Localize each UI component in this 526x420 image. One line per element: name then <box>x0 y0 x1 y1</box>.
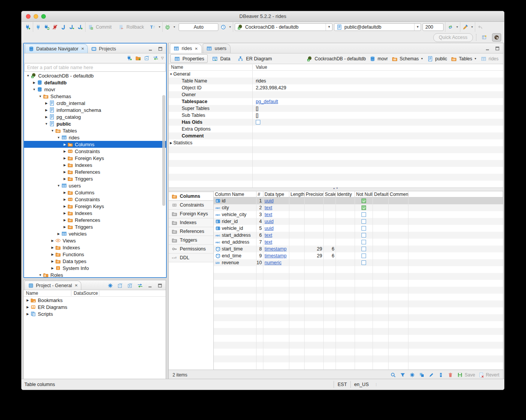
detail-tab-columns[interactable]: Columns <box>169 192 213 201</box>
splitter-grip-icon[interactable]: ▲▼ <box>333 187 339 189</box>
detail-tab-foreign-keys[interactable]: Foreign Keys <box>169 210 213 218</box>
tree-item-roles[interactable]: ▼Roles <box>24 271 166 277</box>
transaction-log-icon[interactable]: T <box>149 24 156 31</box>
connection-combo[interactable]: CockroachDB - defaultdb ▼ <box>235 23 332 31</box>
commit-label[interactable]: Commit <box>96 24 111 30</box>
caret-down-icon[interactable]: ▼ <box>421 57 423 60</box>
transaction-caret-icon[interactable]: ▼ <box>158 26 161 28</box>
expander-icon[interactable]: ▶ <box>62 205 67 208</box>
expander-icon[interactable]: ▶ <box>44 108 49 112</box>
column-header-value[interactable]: Value <box>253 65 267 70</box>
expander-icon[interactable]: ▼ <box>56 136 61 139</box>
dbeaver-perspective-button[interactable] <box>492 33 501 42</box>
column-header-length[interactable]: Length <box>289 191 305 197</box>
property-row-has-oids[interactable]: Has Oids <box>169 119 503 126</box>
column-row-vehicle-id[interactable]: vehicle_id5uuid <box>214 225 503 232</box>
tree-item-cockroachdb-defaultdb[interactable]: ▼CockroachDB - defaultdb <box>24 72 166 79</box>
data-type-link[interactable]: text <box>265 212 272 217</box>
expander-icon[interactable]: ▶ <box>50 267 55 270</box>
tree-item-references[interactable]: ▶References <box>24 168 166 175</box>
connect-icon[interactable] <box>35 24 42 31</box>
editor-tab-rides[interactable]: rides✕ <box>170 44 202 53</box>
column-header-not-null[interactable]: Not Null <box>355 191 373 197</box>
link-with-editor-icon[interactable] <box>137 282 144 289</box>
expander-icon[interactable]: ▶ <box>25 299 30 302</box>
breadcrumb-item-cockroachdb-defaultdb[interactable]: CockroachDB - defaultdb <box>306 55 366 62</box>
data-type-link[interactable]: text <box>265 239 272 245</box>
view-menu-icon[interactable]: ▽ <box>161 56 164 60</box>
data-type-link[interactable]: timestamp <box>265 253 287 258</box>
expander-icon[interactable]: ▶ <box>169 141 173 145</box>
detail-tab-ddl[interactable]: <>TDDL <box>169 254 213 262</box>
view-config-icon[interactable] <box>418 372 425 378</box>
maximize-panel-icon[interactable] <box>157 282 163 289</box>
expander-icon[interactable]: ▼ <box>38 273 43 277</box>
data-type-link[interactable]: text <box>265 233 272 238</box>
expander-icon[interactable]: ▶ <box>62 218 67 222</box>
column-row-city[interactable]: ABCcity2text <box>214 204 503 211</box>
breadcrumb-item-tables[interactable]: Tables▼ <box>450 55 477 62</box>
property-row-statistics[interactable]: ▶Statistics <box>169 139 503 146</box>
revert-button[interactable]: Revert <box>478 372 499 378</box>
property-row-table-name[interactable]: Table Namerides <box>169 78 503 84</box>
tree-item-references[interactable]: ▶References <box>24 216 166 223</box>
new-sql-editor-icon[interactable] <box>77 24 84 31</box>
gear-icon[interactable] <box>107 282 114 289</box>
close-tab-icon[interactable]: ✕ <box>81 47 84 51</box>
column-header--[interactable]: # <box>257 191 263 197</box>
close-tab-icon[interactable]: ✕ <box>74 283 77 288</box>
expander-icon[interactable]: ▼ <box>26 74 31 78</box>
expander-icon[interactable]: ▶ <box>62 177 67 181</box>
open-sql-console-icon[interactable] <box>68 24 75 31</box>
tree-item-triggers[interactable]: ▶Triggers <box>24 175 166 182</box>
column-row-rider-id[interactable]: rider_id4uuid <box>214 218 503 225</box>
tree-item-defaultdb[interactable]: ▶defaultdb <box>24 79 166 86</box>
not-null-checkbox[interactable] <box>361 254 366 258</box>
column-header-name[interactable]: Name <box>169 65 253 70</box>
column-row-id[interactable]: id1uuid <box>214 197 503 204</box>
debug-caret-icon[interactable]: ▼ <box>173 26 176 28</box>
expander-icon[interactable]: ▼ <box>169 73 173 76</box>
scrollbar-thumb[interactable] <box>162 95 165 206</box>
tree-item-vehicles[interactable]: ▶vehicles <box>24 230 166 237</box>
not-null-checkbox[interactable] <box>361 240 366 244</box>
column-row-end-address[interactable]: ABCend_address7text <box>214 239 503 246</box>
quick-access-field[interactable]: Quick Access <box>433 33 473 42</box>
maximize-editor-icon[interactable] <box>494 45 501 52</box>
expander-icon[interactable]: ▶ <box>44 115 49 119</box>
txn-history-icon[interactable] <box>220 24 227 31</box>
expander-icon[interactable]: ▶ <box>50 260 55 263</box>
schema-combo[interactable]: public@defaultdb ▼ <box>334 23 421 31</box>
columns-view-icon[interactable] <box>437 372 444 378</box>
tab-projects[interactable]: Projects <box>88 44 119 53</box>
timezone-indicator[interactable]: EST <box>334 381 350 388</box>
has-oids-checkbox[interactable] <box>256 120 260 124</box>
save-button[interactable]: Save <box>457 372 475 378</box>
caret-down-icon[interactable]: ▼ <box>474 57 477 60</box>
not-null-checkbox[interactable] <box>361 226 366 231</box>
breadcrumb-item-public[interactable]: public <box>427 55 447 62</box>
property-row-general[interactable]: ▼General <box>169 71 503 78</box>
project-item-er-diagrams[interactable]: ▶ER Diagrams <box>24 304 166 310</box>
new-connection-folder-icon[interactable] <box>135 55 142 61</box>
column-header-comment[interactable]: Comment <box>389 191 408 197</box>
column-header-data-type[interactable]: Data type <box>263 191 289 197</box>
open-perspective-button[interactable] <box>480 33 489 42</box>
expander-icon[interactable]: ▶ <box>62 212 67 215</box>
expander-icon[interactable]: ▶ <box>44 102 49 105</box>
tree-item-public[interactable]: ▼public <box>24 120 166 127</box>
breadcrumb-item-movr[interactable]: movr <box>369 55 388 62</box>
tree-item-foreign-keys[interactable]: ▶Foreign Keys <box>24 155 166 162</box>
data-type-link[interactable]: timestamp <box>265 246 287 252</box>
column-row-start-address[interactable]: ABCstart_address6text <box>214 232 503 239</box>
data-type-link[interactable]: text <box>265 205 272 210</box>
expander-icon[interactable]: ▼ <box>38 95 43 98</box>
collapse-all-icon[interactable] <box>144 55 150 61</box>
expander-icon[interactable]: ▶ <box>62 198 67 201</box>
refresh-icon[interactable] <box>447 24 454 31</box>
column-header-name[interactable]: Name <box>24 291 71 296</box>
rollback-icon[interactable] <box>118 24 124 31</box>
property-value-link[interactable]: pg_default <box>256 99 278 104</box>
property-row-owner[interactable]: Owner <box>169 91 503 98</box>
close-window-button[interactable] <box>26 14 31 19</box>
